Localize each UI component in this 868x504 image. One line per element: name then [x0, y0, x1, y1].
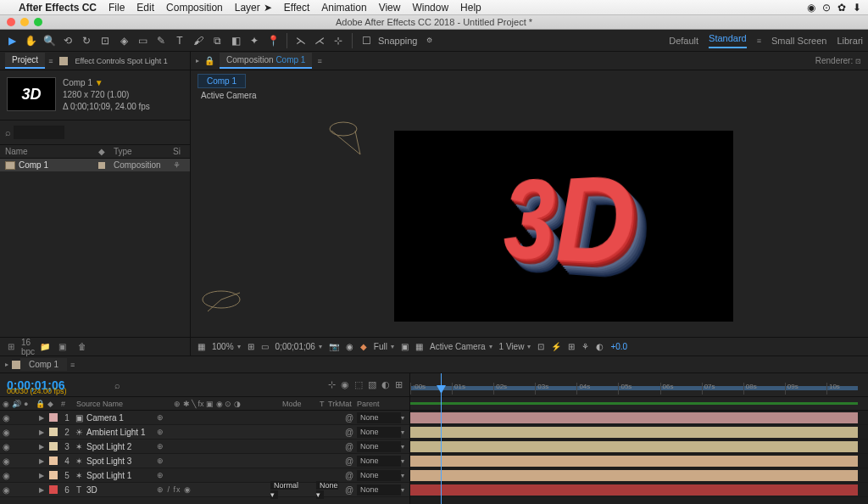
- snapping-checkbox[interactable]: ☐: [359, 34, 373, 48]
- col-number[interactable]: #: [61, 400, 73, 408]
- twirl-icon[interactable]: ▶: [36, 472, 47, 479]
- blend-mode-dropdown[interactable]: Normal ▾: [270, 481, 298, 499]
- menu-file[interactable]: File: [108, 2, 125, 14]
- zoom-dropdown[interactable]: 100%: [212, 342, 241, 351]
- composition-tab[interactable]: Composition Comp 1: [220, 53, 312, 69]
- menu-composition[interactable]: Composition: [166, 2, 223, 14]
- layer-track[interactable]: [410, 454, 868, 468]
- layer-duration-bar[interactable]: [410, 484, 858, 496]
- zoom-button[interactable]: [34, 18, 42, 26]
- frame-blend-icon[interactable]: ▧: [368, 379, 376, 390]
- transparency-grid-icon[interactable]: ▦: [415, 342, 423, 351]
- twirl-icon[interactable]: ▶: [36, 457, 47, 465]
- timeline-layer-row[interactable]: ◉ ▶ 4 ✶ Spot Light 3 ⊕ @ None ▾: [0, 454, 409, 468]
- col-parent[interactable]: Parent: [357, 400, 409, 408]
- col-visibility-icon[interactable]: ◉: [0, 400, 12, 408]
- workspace-standard[interactable]: Standard: [709, 33, 747, 48]
- col-switches[interactable]: ⊕ ✱ ╲ fx ▣ ◉ ⊙ ◑: [169, 400, 282, 408]
- orbit-tool-icon[interactable]: ⟲: [61, 34, 75, 48]
- pickwhip-icon[interactable]: @: [345, 413, 357, 423]
- view-layout-dropdown[interactable]: 1 View: [499, 342, 531, 351]
- timecode-display[interactable]: 0;00;01;06: [275, 342, 322, 351]
- col-source-name[interactable]: Source Name: [73, 400, 169, 408]
- hand-tool-icon[interactable]: ✋: [24, 34, 37, 48]
- pan-behind-tool-icon[interactable]: ◈: [117, 34, 131, 48]
- layer-label-color[interactable]: [49, 442, 58, 451]
- composition-viewer[interactable]: 3D: [191, 88, 868, 337]
- local-axis-icon[interactable]: ⋋: [294, 34, 308, 48]
- layer-track[interactable]: [410, 411, 868, 425]
- label-color-icon[interactable]: [98, 162, 105, 169]
- timeline-layer-row[interactable]: ◉ ▶ 3 ✶ Spot Light 2 ⊕ @ None ▾: [0, 440, 409, 454]
- camera-tool-icon[interactable]: ⊡: [98, 34, 112, 48]
- view-axis-icon[interactable]: ⊹: [331, 34, 345, 48]
- header-label-icon[interactable]: ◆: [98, 147, 114, 156]
- resolution-dropdown[interactable]: Full: [374, 342, 394, 351]
- menu-window[interactable]: Window: [412, 2, 448, 14]
- project-tab[interactable]: Project: [5, 53, 45, 69]
- pickwhip-icon[interactable]: @: [345, 442, 357, 451]
- parent-dropdown[interactable]: None: [357, 412, 401, 423]
- col-solo-icon[interactable]: ●: [24, 400, 36, 408]
- hide-shy-icon[interactable]: ⬚: [354, 379, 363, 390]
- menubar-icon-4[interactable]: ⬇: [853, 2, 861, 14]
- workspace-small[interactable]: Small Screen: [771, 36, 826, 46]
- project-tab-menu-icon[interactable]: ≡: [48, 57, 53, 65]
- reset-exposure-icon[interactable]: ◐: [596, 342, 604, 351]
- comp-tab-menu-icon[interactable]: ≡: [317, 57, 321, 65]
- col-audio-icon[interactable]: 🔊: [12, 400, 24, 408]
- clone-tool-icon[interactable]: ⧉: [210, 34, 224, 48]
- col-label-icon[interactable]: ◆: [47, 400, 61, 408]
- project-item-row[interactable]: Comp 1 Composition ⚘: [0, 159, 190, 171]
- pickwhip-icon[interactable]: @: [345, 471, 357, 480]
- shape-tool-icon[interactable]: ▭: [136, 34, 149, 48]
- layer-switches[interactable]: ⊕: [157, 456, 270, 465]
- timeline-layer-row[interactable]: ◉ ▶ 5 ✶ Spot Light 1 ⊕ @ None ▾: [0, 468, 409, 483]
- parent-dropdown[interactable]: None: [357, 456, 401, 467]
- layer-switches[interactable]: ⊕: [157, 471, 270, 479]
- layer-label-color[interactable]: [49, 471, 58, 479]
- twirl-icon[interactable]: ▶: [36, 443, 47, 451]
- show-snapshot-icon[interactable]: ◉: [346, 342, 353, 351]
- tl-chevron-icon[interactable]: ▸: [5, 361, 8, 368]
- menubar-icon-2[interactable]: ⊙: [822, 2, 831, 14]
- puppet-tool-icon[interactable]: 📍: [266, 34, 280, 48]
- layer-duration-bar[interactable]: [410, 441, 858, 452]
- col-t[interactable]: T: [320, 400, 328, 408]
- header-name[interactable]: Name: [5, 147, 98, 156]
- snapping-options-icon[interactable]: ⚙: [423, 34, 437, 48]
- col-lock-icon[interactable]: 🔒: [36, 400, 47, 408]
- roi-icon[interactable]: ▣: [401, 342, 409, 351]
- parent-dropdown[interactable]: None: [357, 484, 401, 496]
- snapshot-icon[interactable]: 📷: [329, 342, 339, 351]
- menu-view[interactable]: View: [379, 2, 401, 14]
- pickwhip-icon[interactable]: @: [345, 485, 357, 495]
- time-ruler[interactable]: :00s01s02s03s04s05s06s07s08s09s10s: [410, 373, 868, 397]
- zoom-tool-icon[interactable]: 🔍: [42, 34, 56, 48]
- timeline-layer-row[interactable]: ◉ ▶ 1 ▣ Camera 1 ⊕ @ None ▾: [0, 411, 409, 425]
- timeline-layer-row[interactable]: ◉ ▶ 6 T 3D ⊕ / fx ◉ Normal ▾ None ▾ @ No…: [0, 483, 409, 497]
- layer-switches[interactable]: ⊕: [157, 442, 270, 451]
- menu-animation[interactable]: Animation: [321, 2, 366, 14]
- workspace-libraries[interactable]: Librari: [837, 36, 863, 46]
- layer-label-color[interactable]: [49, 413, 58, 422]
- parent-dropdown[interactable]: None: [357, 441, 401, 452]
- effect-controls-tab[interactable]: Effect Controls Spot Light 1: [71, 55, 170, 67]
- twirl-icon[interactable]: ▶: [36, 486, 47, 494]
- panel-lock-icon[interactable]: 🔒: [204, 56, 214, 65]
- comp-flow-tab[interactable]: Comp 1: [198, 74, 246, 88]
- flowchart-icon[interactable]: ⚘: [173, 160, 185, 170]
- timeline-layer-row[interactable]: ◉ ▶ 2 ☀ Ambient Light 1 ⊕ @ None ▾: [0, 425, 409, 440]
- timeline-tracks[interactable]: :00s01s02s03s04s05s06s07s08s09s10s: [410, 373, 868, 504]
- close-button[interactable]: [7, 18, 15, 26]
- visibility-toggle[interactable]: ◉: [0, 442, 12, 451]
- timeline-tab[interactable]: Comp 1: [20, 358, 67, 371]
- exposure-value[interactable]: +0.0: [610, 342, 627, 351]
- comp-name-label[interactable]: Comp 1 ▼: [63, 77, 150, 89]
- renderer-label[interactable]: Renderer:: [815, 56, 853, 65]
- trash-icon[interactable]: 🗑: [76, 341, 88, 353]
- layer-track[interactable]: [410, 468, 868, 483]
- workspace-menu-icon[interactable]: ≡: [757, 36, 761, 45]
- pen-tool-icon[interactable]: ✎: [154, 34, 168, 48]
- layer-track[interactable]: [410, 440, 868, 454]
